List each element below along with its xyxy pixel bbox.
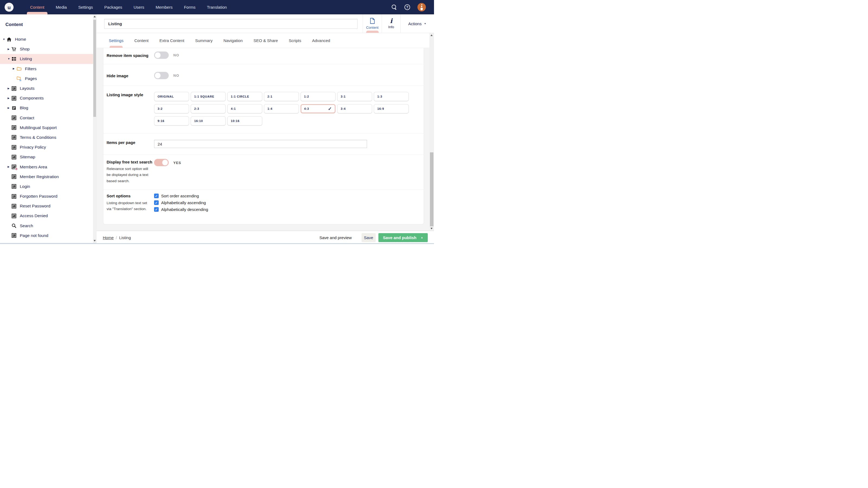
content-scrollbar[interactable] (429, 33, 434, 231)
avatar[interactable] (417, 3, 426, 11)
tab-navigation[interactable]: Navigation (223, 33, 243, 48)
tab-seo-share[interactable]: SEO & Share (254, 33, 278, 48)
app-tab-info[interactable]: i Info (382, 14, 401, 33)
section-content[interactable]: Content (24, 0, 50, 14)
toggle-knob (155, 73, 161, 78)
tree-item-contact[interactable]: Contact (0, 113, 93, 123)
toggle-knob (155, 52, 161, 58)
sidebar-scrollbar[interactable] (93, 14, 96, 243)
save-button[interactable]: Save (362, 233, 376, 242)
section-translation[interactable]: Translation (201, 0, 233, 14)
style-option-1-3[interactable]: 1:3 (374, 92, 409, 101)
tree-item-member-registration[interactable]: Member Registration (0, 172, 93, 182)
scroll-up-icon[interactable] (431, 34, 433, 36)
tree-item-sitemap[interactable]: Sitemap (0, 152, 93, 162)
tree-item-filters[interactable]: Filters (0, 64, 93, 74)
umbraco-logo[interactable]: u (5, 3, 13, 12)
tab-settings[interactable]: Settings (109, 33, 123, 48)
section-media[interactable]: Media (50, 0, 73, 14)
checkbox-alphabetically-ascending[interactable]: ✓ Alphabetically ascending (154, 199, 208, 206)
tree-item-search[interactable]: Search (0, 221, 93, 231)
style-option-10-16[interactable]: 10:16 (227, 116, 262, 126)
section-forms[interactable]: Forms (178, 0, 201, 14)
style-option-16-9[interactable]: 16:9 (374, 104, 409, 113)
article-icon (11, 96, 17, 101)
expand-caret-icon[interactable] (8, 97, 11, 99)
style-option-4-1[interactable]: 4:1 (227, 104, 262, 113)
restricted-badge-icon (15, 167, 18, 170)
items-per-page-input[interactable] (154, 140, 367, 148)
scrollbar-thumb[interactable] (93, 20, 96, 117)
section-packages[interactable]: Packages (99, 0, 128, 14)
tree-item-components[interactable]: Components (0, 93, 93, 103)
page-horizontal-scrollbar[interactable] (0, 243, 434, 244)
style-option-1-1-square[interactable]: 1:1 SQUARE (191, 92, 226, 101)
scroll-down-icon[interactable] (431, 228, 433, 229)
scroll-down-icon[interactable] (94, 240, 96, 241)
tree-item-members-area[interactable]: Members Area (0, 162, 93, 172)
folder-pages-icon (17, 76, 22, 81)
tab-summary[interactable]: Summary (195, 33, 212, 48)
expand-caret-icon[interactable] (8, 87, 11, 90)
free-text-search-toggle[interactable] (154, 159, 169, 166)
section-members[interactable]: Members (150, 0, 179, 14)
checkbox-alphabetically-descending[interactable]: ✓ Alphabetically descending (154, 206, 208, 213)
scrollbar-thumb[interactable] (430, 152, 433, 226)
section-settings[interactable]: Settings (72, 0, 98, 14)
tab-content[interactable]: Content (134, 33, 149, 48)
section-users[interactable]: Users (128, 0, 150, 14)
tree-item-shop[interactable]: Shop (0, 44, 93, 54)
style-option-2-1[interactable]: 2:1 (264, 92, 299, 101)
tree-item-multilingual-support[interactable]: Multilingual Support (0, 123, 93, 133)
node-title-input[interactable] (104, 19, 358, 29)
tree-item-page-not-found[interactable]: Page not found (0, 231, 93, 240)
collapse-caret-icon[interactable] (3, 38, 6, 41)
style-option-9-16[interactable]: 9:16 (154, 116, 189, 126)
save-and-preview-button[interactable]: Save and preview (319, 235, 351, 240)
style-option-4-3-selected[interactable]: 4:3✓ (301, 104, 336, 113)
tab-advanced[interactable]: Advanced (312, 33, 330, 48)
help-icon[interactable]: ? (404, 4, 410, 10)
expand-caret-icon[interactable] (8, 48, 11, 51)
tree-item-reset-password[interactable]: Reset Password (0, 201, 93, 211)
tree-item-terms-conditions[interactable]: Terms & Conditions (0, 133, 93, 142)
tree-item-blog[interactable]: Blog (0, 103, 93, 113)
checkbox-checked-icon[interactable]: ✓ (154, 207, 159, 212)
style-option-16-10[interactable]: 16:10 (191, 116, 226, 126)
checkbox-checked-icon[interactable]: ✓ (154, 194, 159, 198)
checkbox-sort-order-ascending[interactable]: ✓ Sort order ascending (154, 193, 208, 199)
style-option-original[interactable]: ORIGINAL (154, 92, 189, 101)
search-icon[interactable] (392, 5, 397, 10)
hide-image-toggle[interactable] (154, 72, 169, 79)
tree-item-login[interactable]: Login (0, 182, 93, 191)
breadcrumb-home-link[interactable]: Home (103, 235, 114, 240)
style-option-2-3[interactable]: 2:3 (191, 104, 226, 113)
tree-item-forgotten-password[interactable]: Forgotten Password (0, 191, 93, 201)
app-tab-content[interactable]: Content (363, 14, 382, 33)
tree-item-access-denied[interactable]: Access Denied (0, 211, 93, 221)
tree-item-pages[interactable]: Pages (0, 74, 93, 84)
style-option-1-4[interactable]: 1:4 (264, 104, 299, 113)
style-option-1-1-circle[interactable]: 1:1 CIRCLE (227, 92, 262, 101)
save-and-publish-button[interactable]: Save and publish ▲ (378, 233, 428, 242)
checkbox-checked-icon[interactable]: ✓ (154, 200, 159, 205)
tree-item-home[interactable]: Home (0, 34, 93, 44)
remove-item-spacing-toggle[interactable] (154, 52, 169, 59)
collapse-caret-icon[interactable] (8, 58, 11, 60)
style-option-3-2[interactable]: 3:2 (154, 104, 189, 113)
actions-dropdown[interactable]: Actions ▼ (400, 14, 434, 33)
style-option-3-1[interactable]: 3:1 (337, 92, 372, 101)
expand-caret-icon[interactable] (13, 67, 17, 70)
tree-item-layouts[interactable]: Layouts (0, 84, 93, 93)
tab-scripts[interactable]: Scripts (289, 33, 301, 48)
expand-caret-icon[interactable] (8, 107, 11, 109)
expand-caret-icon[interactable] (8, 166, 11, 168)
tree-item-listing[interactable]: Listing (0, 54, 93, 64)
style-option-1-2[interactable]: 1:2 (301, 92, 336, 101)
article-icon (11, 145, 17, 150)
style-option-3-4[interactable]: 3:4 (337, 104, 372, 113)
scroll-up-icon[interactable] (94, 16, 96, 18)
tab-extra-content[interactable]: Extra Content (159, 33, 184, 48)
tree-item-privacy-policy[interactable]: Privacy Policy (0, 142, 93, 152)
breadcrumb: Home / Listing (103, 235, 131, 240)
